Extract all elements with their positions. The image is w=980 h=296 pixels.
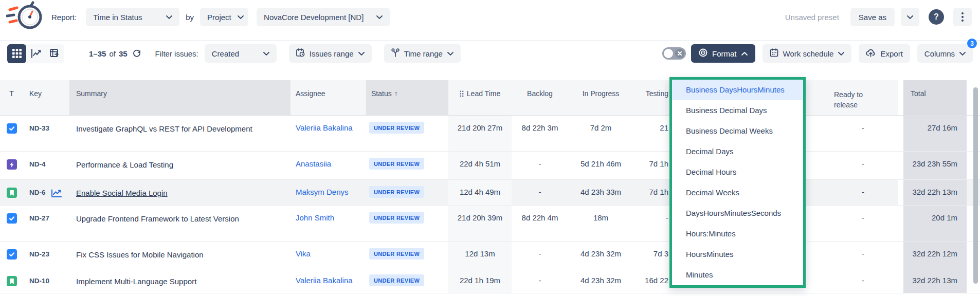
grid-view-button[interactable]: [7, 44, 26, 63]
format-button[interactable]: Format: [691, 44, 755, 63]
issue-summary-link[interactable]: Enable Social Media Login: [76, 189, 168, 197]
assignee-link[interactable]: John Smith: [296, 213, 334, 222]
column-header-assignee[interactable]: Assignee: [291, 80, 366, 115]
kebab-menu-button[interactable]: [953, 8, 972, 26]
issue-summary-link[interactable]: Investigate GraphQL vs REST for API Deve…: [76, 124, 252, 133]
format-menu-item[interactable]: HoursMinutes: [672, 244, 803, 265]
issue-summary-link[interactable]: Performance & Load Testing: [76, 160, 173, 169]
compare-toggle-off[interactable]: [662, 47, 686, 60]
columns-button[interactable]: Columns: [917, 44, 973, 63]
status-badge: UNDER REVIEW: [369, 122, 424, 134]
assignee-link[interactable]: Maksym Denys: [296, 188, 349, 196]
lead-time-value: 21d 20h 39m: [448, 206, 512, 241]
status-badge: UNDER REVIEW: [369, 158, 424, 170]
total-value: 20d 1m: [898, 206, 967, 241]
format-menu-item[interactable]: Minutes: [672, 265, 803, 285]
ready-to-release-value: -: [828, 242, 898, 268]
bolt-icon: [7, 159, 17, 170]
format-menu-item[interactable]: Business Decimal Weeks: [672, 121, 803, 141]
issue-summary-link[interactable]: Implement Multi-Language Support: [76, 277, 196, 286]
column-header-in-progress[interactable]: In Progress: [568, 80, 633, 115]
by-label: by: [186, 13, 194, 22]
total-value: 23d 23h 55m: [898, 152, 967, 179]
in-progress-value: 4d 23h 32m: [568, 242, 633, 268]
issue-key[interactable]: ND-33: [29, 124, 49, 132]
table-row[interactable]: ND-4 Performance & Load Testing Anastasi…: [0, 152, 980, 180]
ready-to-release-value: -: [828, 152, 898, 179]
table-row[interactable]: ND-10 Implement Multi-Language Support V…: [0, 268, 980, 293]
in-progress-value: 5d 21h 46m: [568, 152, 633, 179]
format-menu-item[interactable]: Decimal Days: [672, 141, 803, 162]
time-slice-icon: [391, 48, 400, 59]
vertical-scrollbar-thumb[interactable]: [973, 87, 978, 284]
time-range-button[interactable]: Time range: [384, 44, 461, 63]
format-menu-item[interactable]: DaysHoursMinutesSeconds: [672, 203, 803, 224]
work-schedule-button[interactable]: Work schedule: [763, 44, 852, 63]
assignee-link[interactable]: Vika: [296, 249, 311, 258]
ready-to-release-value: -: [828, 268, 898, 293]
backlog-value: -: [512, 152, 568, 179]
time-in-status-app: Report: Time in Status by Project NovaCo…: [0, 0, 980, 296]
status-badge: UNDER REVIEW: [369, 212, 424, 224]
backlog-value: 8d 22h 3m: [512, 116, 568, 151]
table-row-highlighted[interactable]: ND-6 Enable Social Media Login Maksym De…: [0, 180, 980, 206]
issue-key[interactable]: ND-23: [29, 250, 49, 258]
report-type-select[interactable]: Time in Status: [86, 8, 179, 26]
column-header-status[interactable]: Status↑: [366, 80, 448, 115]
chart-view-button[interactable]: [26, 44, 45, 63]
save-as-button[interactable]: Save as: [850, 8, 895, 26]
column-header-backlog[interactable]: Backlog: [512, 80, 568, 115]
help-button[interactable]: ?: [929, 9, 944, 25]
header-divider: [0, 40, 980, 41]
issue-summary-link[interactable]: Fix CSS Issues for Mobile Navigation: [76, 250, 204, 259]
view-switcher: [7, 44, 64, 63]
format-menu-item[interactable]: Decimal Hours: [672, 162, 803, 182]
cloud-export-icon: [866, 49, 876, 59]
trend-chart-icon[interactable]: [51, 189, 62, 199]
report-label: Report:: [51, 13, 77, 22]
sort-ascending-icon: ↑: [394, 89, 398, 98]
in-progress-value: 4d 23h 33m: [568, 180, 633, 205]
table-row[interactable]: ND-33 Investigate GraphQL vs REST for AP…: [0, 116, 980, 152]
format-menu-item-selected[interactable]: Business DaysHoursMinutes: [672, 80, 803, 100]
issue-key[interactable]: ND-4: [29, 160, 46, 168]
issue-key[interactable]: ND-6: [29, 189, 46, 196]
total-value: 27d 16m: [898, 116, 967, 151]
columns-count-badge: 3: [967, 39, 977, 48]
refresh-icon[interactable]: [133, 49, 141, 58]
issue-summary-link[interactable]: Upgrade Frontend Framework to Latest Ver…: [76, 214, 239, 223]
column-header-key[interactable]: Key: [23, 80, 69, 115]
assignee-link[interactable]: Valeriia Bakalina: [296, 276, 353, 285]
preset-status-text: Unsaved preset: [785, 13, 839, 22]
column-header-lead-time[interactable]: Lead Time: [448, 80, 512, 115]
filter-field-select[interactable]: Created: [205, 44, 277, 63]
chevron-down-icon: [160, 15, 172, 19]
assignee-link[interactable]: Anastasiia: [296, 159, 331, 168]
issue-key[interactable]: ND-27: [29, 214, 49, 222]
chevron-down-icon: [370, 15, 383, 19]
issue-key[interactable]: ND-10: [29, 277, 49, 285]
project-select[interactable]: NovaCore Development [ND]: [257, 8, 390, 26]
pivot-view-button[interactable]: [45, 44, 64, 63]
column-header-type[interactable]: T: [0, 80, 23, 115]
column-header-ready-to-release[interactable]: Ready to release: [828, 80, 898, 115]
issues-range-button[interactable]: Issues range: [289, 44, 372, 63]
export-button[interactable]: Export: [859, 44, 910, 63]
drag-handle-icon[interactable]: [460, 90, 464, 99]
column-header-total[interactable]: Total: [898, 80, 967, 115]
group-by-select[interactable]: Project: [200, 8, 248, 26]
format-menu-item[interactable]: Decimal Weeks: [672, 182, 803, 203]
column-header-summary[interactable]: Summary: [69, 80, 291, 115]
lead-time-value: 22d 1h 19m: [448, 268, 512, 293]
format-menu-item[interactable]: Hours:Minutes: [672, 224, 803, 244]
save-options-chevron-button[interactable]: [901, 8, 919, 26]
chevron-down-icon: [257, 52, 269, 55]
format-menu-item[interactable]: Business Decimal Days: [672, 100, 803, 121]
table-row[interactable]: ND-23 Fix CSS Issues for Mobile Navigati…: [0, 242, 980, 268]
assignee-link[interactable]: Valeriia Bakalina: [296, 123, 353, 132]
table-row[interactable]: ND-27 Upgrade Frontend Framework to Late…: [0, 206, 980, 242]
in-progress-value: 18m: [568, 206, 633, 241]
calendar-icon: [770, 48, 778, 59]
total-value: 32d 22h 13m: [898, 268, 967, 293]
app-logo-stopwatch-icon: [6, 1, 45, 33]
